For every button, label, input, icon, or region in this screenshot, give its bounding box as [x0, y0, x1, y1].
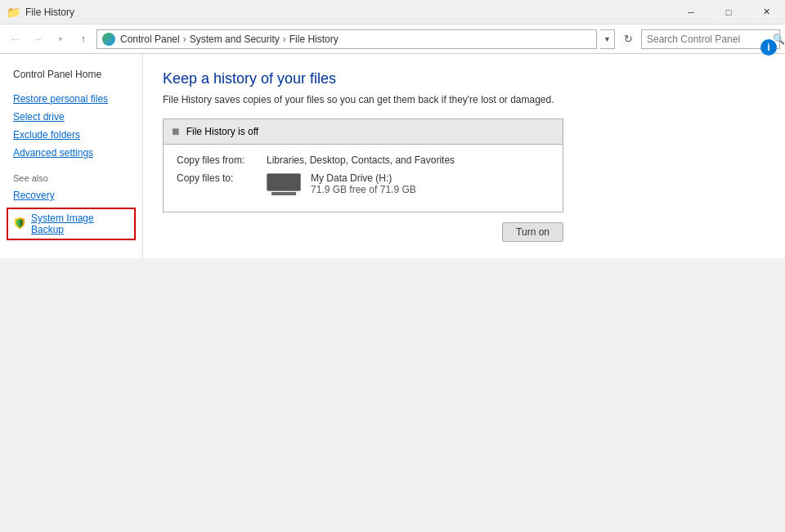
drive-info-row: My Data Drive (H:) 71.9 GB free of 71.9 … [267, 172, 416, 195]
up-button[interactable]: ↑ [74, 29, 93, 49]
window-title: File History [25, 7, 74, 18]
search-input[interactable] [647, 34, 769, 45]
drive-space: 71.9 GB free of 71.9 GB [311, 184, 416, 195]
copy-files-to-row: Copy files to: My Data Drive (H:) 71.9 G… [177, 172, 550, 195]
sidebar-item-exclude[interactable]: Exclude folders [0, 126, 142, 144]
drive-image [267, 173, 301, 191]
search-box: 🔍 [641, 29, 780, 49]
breadcrumb-system-security[interactable]: System and Security [190, 34, 280, 45]
copy-files-from-label: Copy files from: [177, 154, 267, 166]
sidebar: Control Panel Home Restore personal file… [0, 54, 143, 258]
status-box: ■ File History is off Copy files from: L… [163, 118, 563, 212]
close-button[interactable]: ✕ [747, 0, 785, 25]
window-icon: 📁 [7, 6, 20, 19]
sidebar-item-system-image-backup[interactable]: System Image Backup [7, 208, 136, 240]
address-bar: ← → ▼ ↑ Control Panel › System and Secur… [0, 25, 785, 54]
forward-button[interactable]: → [28, 29, 47, 49]
see-also-label: See also [0, 170, 142, 186]
system-image-backup-label[interactable]: System Image Backup [31, 212, 129, 235]
main-content: Control Panel Home Restore personal file… [0, 54, 785, 258]
status-header: ■ File History is off [164, 119, 563, 145]
copy-files-from-value: Libraries, Desktop, Contacts, and Favori… [267, 154, 455, 166]
sidebar-item-restore[interactable]: Restore personal files [0, 90, 142, 108]
main-panel: Keep a history of your files File Histor… [143, 54, 785, 258]
status-body: Copy files from: Libraries, Desktop, Con… [164, 145, 563, 212]
title-bar: 📁 File History ─ □ ✕ [0, 0, 785, 25]
breadcrumb-control-panel[interactable]: Control Panel [120, 34, 180, 45]
recent-locations-button[interactable]: ▼ [51, 29, 70, 49]
refresh-button[interactable]: ↻ [618, 29, 638, 49]
address-dropdown[interactable]: ▼ [600, 29, 615, 49]
window-controls: ─ □ ✕ [672, 0, 785, 25]
sidebar-item-recovery[interactable]: Recovery [0, 186, 142, 204]
copy-files-from-row: Copy files from: Libraries, Desktop, Con… [177, 154, 550, 166]
minimize-button[interactable]: ─ [672, 0, 710, 25]
drive-text-info: My Data Drive (H:) 71.9 GB free of 71.9 … [311, 172, 416, 195]
back-button[interactable]: ← [5, 29, 25, 49]
control-panel-icon [102, 33, 115, 46]
path-separator-1: › [183, 34, 186, 45]
info-badge: i [760, 39, 777, 56]
panel-title: Keep a history of your files [163, 70, 765, 87]
sidebar-item-select-drive[interactable]: Select drive [0, 108, 142, 126]
breadcrumb-file-history[interactable]: File History [289, 34, 339, 45]
drive-name: My Data Drive (H:) [311, 172, 416, 184]
system-image-backup-icon [13, 217, 26, 232]
copy-files-to-label: Copy files to: [177, 172, 267, 184]
sidebar-bottom: See also Recovery System Image Backup [0, 163, 142, 250]
address-path[interactable]: Control Panel › System and Security › Fi… [96, 29, 597, 49]
panel-description: File History saves copies of your files … [163, 94, 765, 105]
status-title: File History is off [186, 126, 258, 137]
button-row: Turn on [163, 222, 563, 242]
path-separator-2: › [283, 34, 286, 45]
turn-on-button[interactable]: Turn on [502, 222, 563, 242]
maximize-button[interactable]: □ [710, 0, 747, 25]
drive-base [271, 192, 296, 195]
sidebar-item-advanced[interactable]: Advanced settings [0, 144, 142, 162]
sidebar-control-panel-home[interactable]: Control Panel Home [0, 65, 142, 83]
status-icon: ■ [172, 124, 180, 139]
drive-icon [267, 173, 301, 195]
